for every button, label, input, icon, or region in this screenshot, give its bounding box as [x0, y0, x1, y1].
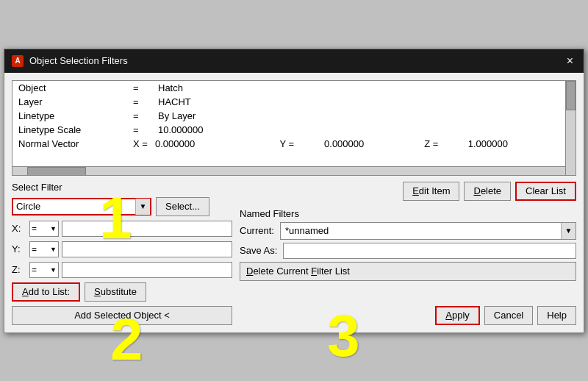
dialog: A Object Selection Filters × Object = Ha…	[4, 49, 584, 333]
named-filters-section: Named Filters Current: *unnamed ▼ Save A…	[240, 208, 576, 281]
z-value-input[interactable]	[62, 262, 232, 278]
close-button[interactable]: ×	[564, 55, 576, 67]
table-cell-value: 10.000000	[152, 123, 277, 137]
table-cell-eq: =	[130, 95, 152, 109]
app-icon: A	[12, 55, 24, 67]
add-selected-button[interactable]: Add Selected Object <	[12, 306, 232, 325]
sub-rest: ubstitute	[101, 286, 137, 297]
save-as-label: Save As:	[240, 245, 277, 256]
delete-filter-label: Dele	[246, 266, 266, 277]
filter-input[interactable]	[13, 201, 135, 212]
current-dropdown[interactable]: *unnamed ▼	[280, 222, 576, 240]
table-cell-value: HACHT	[152, 95, 277, 109]
substitute-button[interactable]: Substitute	[85, 282, 146, 302]
table-cell-y-label: Y =	[277, 137, 322, 151]
table-cell-eq: =	[130, 123, 152, 137]
table-cell-property: Normal Vector	[12, 137, 130, 151]
title-bar-left: A Object Selection Filters	[12, 55, 128, 67]
table-cell-property: Linetype Scale	[12, 123, 130, 137]
table-cell-property: Layer	[12, 95, 130, 109]
save-as-row: Save As:	[240, 243, 576, 259]
spacer	[240, 285, 576, 299]
table-cell-z-val: 1.000000	[465, 137, 565, 151]
main-area: Select Filter ▼ Select... X: =	[12, 182, 576, 325]
table-cell-value: Hatch	[152, 81, 277, 95]
table-cell-property: Linetype	[12, 109, 130, 123]
title-bar: A Object Selection Filters ×	[4, 49, 584, 73]
table-row: Object = Hatch	[12, 81, 565, 95]
z-label: Z:	[12, 264, 26, 275]
help-button[interactable]: Help	[537, 306, 576, 325]
save-as-input[interactable]	[283, 243, 576, 259]
filter-input-row: ▼ Select...	[12, 197, 232, 216]
current-value: *unnamed	[281, 225, 561, 236]
table-cell-value: By Layer	[152, 109, 277, 123]
z-op-value: =	[32, 265, 37, 275]
vertical-scrollbar[interactable]	[565, 81, 576, 175]
y-value-input[interactable]	[62, 241, 232, 257]
top-buttons-row: Edit Item Delete Clear List	[240, 182, 576, 201]
filter-table: Object = Hatch Layer = HACHT Linetype =	[12, 80, 576, 176]
horizontal-scrollbar[interactable]	[12, 166, 576, 176]
table-cell-eq: =	[130, 81, 152, 95]
scroll-thumb[interactable]	[566, 81, 576, 110]
delete-filter-list-button[interactable]: Delete Current Filter List	[240, 262, 576, 281]
edit-item-button[interactable]: Edit Item	[403, 182, 459, 201]
apply-button[interactable]: Apply	[435, 306, 480, 325]
bottom-buttons-row: Apply Cancel Help	[240, 306, 576, 325]
table-row: Normal Vector X = 0.000000 Y = 0.000000 …	[12, 137, 565, 151]
apply-rest: pply	[452, 310, 470, 321]
add-substitute-row: Add to List: Substitute	[12, 282, 232, 302]
x-row: X: = ▼	[12, 221, 232, 237]
filter-dropdown[interactable]: ▼	[12, 198, 151, 216]
dialog-title: Object Selection Filters	[29, 55, 128, 66]
table-cell-eq: X =	[130, 137, 152, 151]
delete-button[interactable]: Delete	[464, 182, 511, 201]
apply-u: A	[445, 310, 452, 321]
del-u: D	[473, 185, 480, 196]
clear-list-button[interactable]: Clear List	[515, 182, 576, 201]
add-to-list-button[interactable]: Add to List:	[12, 282, 80, 302]
table-cell-z-label: Z =	[421, 137, 465, 151]
left-panel: Select Filter ▼ Select... X: =	[12, 182, 232, 325]
cancel-button[interactable]: Cancel	[484, 306, 533, 325]
y-op-value: =	[32, 244, 37, 254]
x-value-input[interactable]	[62, 221, 232, 237]
sub-u: S	[94, 286, 101, 297]
z-row: Z: = ▼	[12, 262, 232, 278]
current-row: Current: *unnamed ▼	[240, 222, 576, 240]
del-rest: elete	[481, 185, 501, 196]
dialog-content: Object = Hatch Layer = HACHT Linetype =	[4, 73, 584, 332]
table-cell-eq: =	[130, 109, 152, 123]
right-panel: Edit Item Delete Clear List Named Filter…	[240, 182, 576, 325]
add-to-list-label: A	[22, 286, 29, 297]
x-op-arrow: ▼	[50, 225, 57, 232]
edit-u: E	[412, 185, 419, 196]
x-label: X:	[12, 223, 26, 234]
current-dropdown-arrow[interactable]: ▼	[561, 223, 576, 239]
x-op-value: =	[32, 224, 37, 234]
z-op-arrow: ▼	[50, 266, 57, 274]
table-row: Linetype Scale = 10.000000	[12, 123, 565, 137]
table-row: Linetype = By Layer	[12, 109, 565, 123]
edit-rest: dit Item	[419, 185, 451, 196]
named-filters-label: Named Filters	[240, 208, 576, 219]
delete-filter-label-rest: te Current Filter List	[266, 266, 350, 277]
y-op-arrow: ▼	[50, 246, 57, 253]
add-to-list-rest: dd to List:	[29, 286, 70, 297]
table-cell-value: 0.000000	[152, 137, 277, 151]
filter-dropdown-arrow[interactable]: ▼	[135, 199, 150, 215]
current-label: Current:	[240, 225, 274, 236]
z-op-combo[interactable]: = ▼	[29, 262, 59, 278]
select-filter-label: Select Filter	[12, 182, 232, 193]
y-label: Y:	[12, 243, 26, 254]
select-button[interactable]: Select...	[156, 197, 209, 216]
x-op-combo[interactable]: = ▼	[29, 221, 59, 237]
table-cell-property: Object	[12, 81, 130, 95]
y-op-combo[interactable]: = ▼	[29, 241, 59, 257]
y-row: Y: = ▼	[12, 241, 232, 257]
h-scroll-thumb[interactable]	[27, 167, 86, 176]
table-row: Layer = HACHT	[12, 95, 565, 109]
table-cell-y-val: 0.000000	[321, 137, 421, 151]
